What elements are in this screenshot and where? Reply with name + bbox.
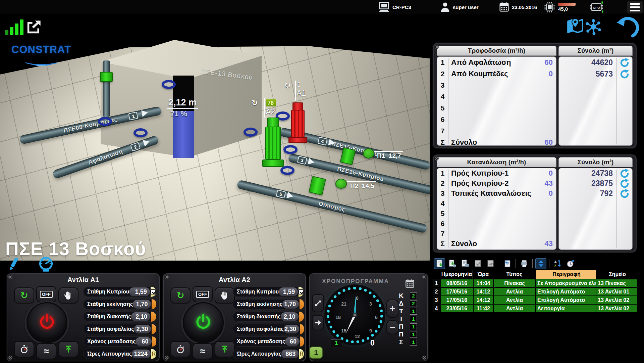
load-archive-button[interactable] <box>447 258 458 269</box>
expand-button[interactable] <box>312 294 324 312</box>
total-row <box>559 219 632 229</box>
event-row[interactable]: 108/05/1614:04ΠίνακαςΣε Απομακρυσμένο έλ… <box>433 279 638 287</box>
setting-value[interactable]: 1,70 <box>133 300 151 309</box>
sort-az-button[interactable]: AZ <box>552 258 563 269</box>
pump-a1-3d[interactable] <box>288 102 307 147</box>
event-row[interactable]: 423/05/1611:42ΑντλίαΛειτουργία13 Αντλία … <box>433 305 638 312</box>
event-col-time[interactable]: Ώρα <box>474 270 493 279</box>
schedule-preset[interactable]: 1 <box>331 339 342 347</box>
network-view-button[interactable] <box>585 18 602 37</box>
setting-value[interactable]: 1,59 <box>129 287 150 296</box>
setting-value[interactable]: 1224 <box>132 350 151 358</box>
reset-hours-button[interactable]: R <box>151 349 156 359</box>
day-program-box[interactable]: 2 <box>410 292 417 299</box>
auto-mode-button[interactable]: ↻ <box>14 287 34 304</box>
setpoint-tab[interactable] <box>300 324 304 334</box>
setting-value[interactable]: 60 <box>285 337 300 346</box>
raise-level-button[interactable] <box>58 341 78 357</box>
increase-button[interactable]: + <box>386 300 398 318</box>
manual-mode-button[interactable] <box>215 287 235 304</box>
setting-value[interactable]: 2,10 <box>281 312 299 321</box>
setpoint-tab[interactable] <box>152 299 156 309</box>
date-info[interactable]: 23.05.2016 <box>499 0 537 14</box>
setting-value[interactable]: 2,30 <box>284 325 299 333</box>
event-log-header: Ημερομηνία Ώρα Τύπος Περιγραφή Σημείο <box>433 270 638 279</box>
setting-value[interactable]: 60 <box>136 337 151 346</box>
load-events-button[interactable] <box>434 258 445 269</box>
setpoint-tab[interactable] <box>299 312 304 322</box>
day-program-box[interactable]: 1 <box>410 316 417 322</box>
setpoint-tab[interactable] <box>151 312 156 322</box>
gauge-p2-icon[interactable] <box>335 179 347 189</box>
time-filter-button[interactable] <box>565 258 576 269</box>
export-button[interactable] <box>26 19 42 36</box>
setting-value[interactable]: 2,30 <box>134 325 151 333</box>
event-col-date[interactable]: Ημερομηνία <box>441 270 473 279</box>
inlet-valve[interactable] <box>100 72 113 82</box>
svg-text:A: A <box>554 260 557 264</box>
next-step-button[interactable] <box>312 315 324 330</box>
setting-value[interactable]: 1,70 <box>282 300 299 309</box>
setpoint-tab[interactable] <box>152 336 156 347</box>
raise-level-button[interactable] <box>215 341 235 357</box>
setpoint-tab[interactable] <box>152 324 156 334</box>
map-view-button[interactable] <box>566 16 584 37</box>
pump-a2-title: Αντλία A2 <box>163 276 306 284</box>
decrease-button[interactable]: − <box>386 320 398 334</box>
user-info[interactable]: super user <box>440 0 479 14</box>
trends-chart-button[interactable] <box>5 19 23 35</box>
off-mode-button[interactable]: OFF <box>36 286 56 302</box>
day-program-box[interactable]: 2 <box>410 300 417 307</box>
setting-value[interactable]: 1,59 <box>279 287 298 296</box>
pump-a1-power-button[interactable] <box>26 302 67 343</box>
event-col-point[interactable]: Σημείο <box>596 270 637 279</box>
back-button[interactable] <box>615 15 641 39</box>
day-program-box[interactable]: 1 <box>410 339 417 346</box>
level-check-toggle[interactable] <box>299 287 304 297</box>
reset-icon <box>620 69 630 79</box>
auto-mode-button[interactable]: ↻ <box>170 287 191 304</box>
setpoint-tab[interactable] <box>300 299 304 309</box>
level-waves-button[interactable]: ≈ <box>193 343 213 359</box>
sort-order-button[interactable] <box>535 258 546 269</box>
event-col-desc[interactable]: Περιγραφή <box>536 270 596 279</box>
event-col-type[interactable]: Τύπος <box>494 270 535 279</box>
setting-value[interactable]: 863 <box>281 350 299 358</box>
reset-counter-button[interactable] <box>617 168 632 178</box>
level-waves-button[interactable]: ≈ <box>36 343 56 359</box>
setpoint-tab[interactable] <box>300 336 304 347</box>
plant-3d-view[interactable]: ΠΣΕ-13 Βοσκού 2,12 m 71 % ΠΣΕ08-Κουμπέδε… <box>0 14 430 261</box>
gauge-p1-icon[interactable] <box>363 148 374 158</box>
reset-counter-button[interactable] <box>617 69 632 79</box>
archive-db-button[interactable] <box>460 258 471 269</box>
level-check-toggle[interactable] <box>151 287 156 297</box>
menu-button[interactable] <box>627 1 643 13</box>
pump-a2-power-button[interactable] <box>183 302 224 343</box>
reset-hours-button[interactable]: R <box>299 349 304 359</box>
program-number-button[interactable]: 1 <box>309 347 323 359</box>
runtime-timer-button[interactable] <box>170 341 191 357</box>
screw-icon <box>8 275 12 279</box>
event-row[interactable]: 217/05/1614:12ΑντλίαΕπιλογή Αυτόματο13 Α… <box>433 288 638 296</box>
day-program-box[interactable]: 1 <box>410 331 417 338</box>
reset-counter-button[interactable] <box>617 188 632 198</box>
schedule-calendar-button[interactable] <box>405 279 415 289</box>
ack-all-events-button[interactable] <box>485 258 496 269</box>
event-log-back-button[interactable] <box>502 258 513 269</box>
event-row[interactable]: 317/05/1614:12ΑντλίαΕπιλογή Αυτόματο13 Α… <box>433 296 638 304</box>
runtime-timer-button[interactable] <box>14 341 34 357</box>
manual-mode-button[interactable] <box>58 287 78 304</box>
gauges-button[interactable] <box>38 256 54 273</box>
off-mode-button[interactable]: OFF <box>193 286 213 302</box>
edit-button[interactable] <box>7 258 19 273</box>
stopwatch-icon <box>176 345 185 354</box>
day-program-box[interactable]: 1 <box>410 323 417 330</box>
reset-counter-button[interactable] <box>617 57 632 67</box>
reset-counter-button[interactable] <box>617 178 632 188</box>
print-button[interactable] <box>519 258 530 269</box>
day-program-box[interactable]: 1 <box>410 308 417 315</box>
schedule-dial[interactable]: 0 3 6 9 12 15 18 21 <box>327 287 383 343</box>
pump-a2-3d[interactable] <box>262 118 284 171</box>
setting-value[interactable]: 2,10 <box>131 312 151 321</box>
ack-event-button[interactable] <box>472 258 483 269</box>
